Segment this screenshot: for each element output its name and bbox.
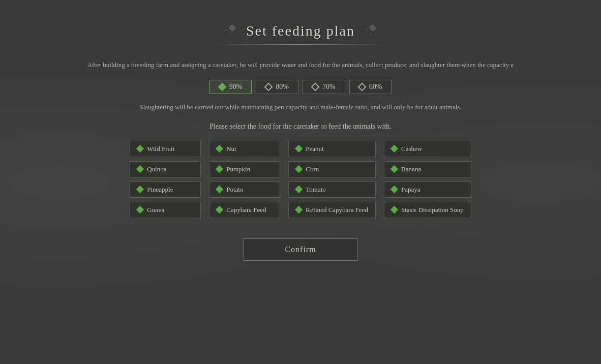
food-diamond-icon xyxy=(295,145,303,153)
confirm-button[interactable]: Confirm xyxy=(244,238,357,261)
food-item-stasis-dissipation-soup[interactable]: Stasis Dissipation Soup xyxy=(384,202,471,218)
food-diamond-icon xyxy=(390,165,399,173)
capacity-btn-70[interactable]: 70% xyxy=(303,80,345,94)
food-diamond-icon xyxy=(136,206,144,214)
food-item-nut[interactable]: Nut xyxy=(209,141,280,157)
page-container: Set feeding plan After building a breedi… xyxy=(0,0,601,364)
food-label: Capybara Feed xyxy=(226,206,266,214)
food-diamond-icon xyxy=(216,206,224,214)
food-diamond-icon xyxy=(136,145,144,153)
food-diamond-icon xyxy=(390,186,399,194)
capacity-label-80: 80% xyxy=(276,83,289,91)
food-item-banana[interactable]: Banana xyxy=(384,161,471,177)
svg-rect-1 xyxy=(231,26,234,29)
food-item-pumpkin[interactable]: Pumpkin xyxy=(209,161,280,177)
food-item-guava[interactable]: Guava xyxy=(130,202,201,218)
food-prompt: Please select the food for the caretaker… xyxy=(209,123,392,131)
header-section: Set feeding plan xyxy=(0,23,601,45)
capacity-row: 90% 80% 70% 60% xyxy=(209,80,392,94)
diamond-outline-icon xyxy=(311,82,320,91)
food-diamond-icon xyxy=(390,206,399,214)
food-label: Tomato xyxy=(306,186,326,194)
food-diamond-icon xyxy=(216,186,224,194)
diamond-outline-icon xyxy=(357,82,366,91)
food-item-potato[interactable]: Potato xyxy=(209,181,280,198)
description-text: After building a breeding farm and assig… xyxy=(77,60,524,71)
diamond-filled-icon xyxy=(218,82,226,91)
capacity-btn-80[interactable]: 80% xyxy=(256,80,298,94)
food-item-peanut[interactable]: Peanut xyxy=(288,141,376,157)
food-diamond-icon xyxy=(390,145,399,153)
food-label: Pumpkin xyxy=(226,165,250,173)
diamond-outline-icon xyxy=(264,82,273,91)
food-label: Quinoa xyxy=(147,165,166,173)
food-item-tomato[interactable]: Tomato xyxy=(288,181,376,198)
food-label: Cashew xyxy=(401,145,422,153)
food-diamond-icon xyxy=(216,165,224,173)
capacity-btn-90[interactable]: 90% xyxy=(209,80,252,94)
food-diamond-icon xyxy=(216,145,224,153)
food-diamond-icon xyxy=(295,165,303,173)
capacity-btn-60[interactable]: 60% xyxy=(349,80,392,94)
food-item-papaya[interactable]: Papaya xyxy=(384,181,471,198)
food-label: Peanut xyxy=(306,145,323,153)
capacity-label-90: 90% xyxy=(229,83,243,91)
left-ornament-icon xyxy=(225,24,236,38)
food-item-capybara-feed[interactable]: Capybara Feed xyxy=(209,202,280,218)
food-grid: Wild Fruit Nut Peanut Cashew Quinoa Pump… xyxy=(130,141,471,218)
food-item-quinoa[interactable]: Quinoa xyxy=(130,161,201,177)
food-item-wild-fruit[interactable]: Wild Fruit xyxy=(130,141,201,157)
food-item-pineapple[interactable]: Pineapple xyxy=(130,181,201,198)
food-label: Stasis Dissipation Soup xyxy=(401,206,464,214)
food-item-corn[interactable]: Corn xyxy=(288,161,376,177)
page-title: Set feeding plan xyxy=(246,23,355,39)
svg-rect-7 xyxy=(371,26,374,29)
title-divider xyxy=(214,44,387,45)
right-ornament-icon xyxy=(365,24,376,38)
food-label: Corn xyxy=(306,165,319,173)
food-label: Pineapple xyxy=(147,186,173,194)
food-label: Wild Fruit xyxy=(147,145,174,153)
capacity-label-70: 70% xyxy=(322,83,336,91)
food-label: Nut xyxy=(226,145,236,153)
slaughter-text: Slaughtering will be carried out while m… xyxy=(139,103,461,111)
food-diamond-icon xyxy=(295,186,303,194)
food-diamond-icon xyxy=(136,186,144,194)
food-diamond-icon xyxy=(295,206,303,214)
food-label: Guava xyxy=(147,206,164,214)
food-label: Potato xyxy=(226,186,243,194)
food-label: Banana xyxy=(401,165,421,173)
food-label: Papaya xyxy=(401,186,420,194)
capacity-label-60: 60% xyxy=(369,83,382,91)
food-diamond-icon xyxy=(136,165,144,173)
title-row: Set feeding plan xyxy=(225,23,376,39)
food-label: Refined Capybara Feed xyxy=(306,206,368,214)
food-item-cashew[interactable]: Cashew xyxy=(384,141,471,157)
food-item-refined-capybara-feed[interactable]: Refined Capybara Feed xyxy=(288,202,376,218)
